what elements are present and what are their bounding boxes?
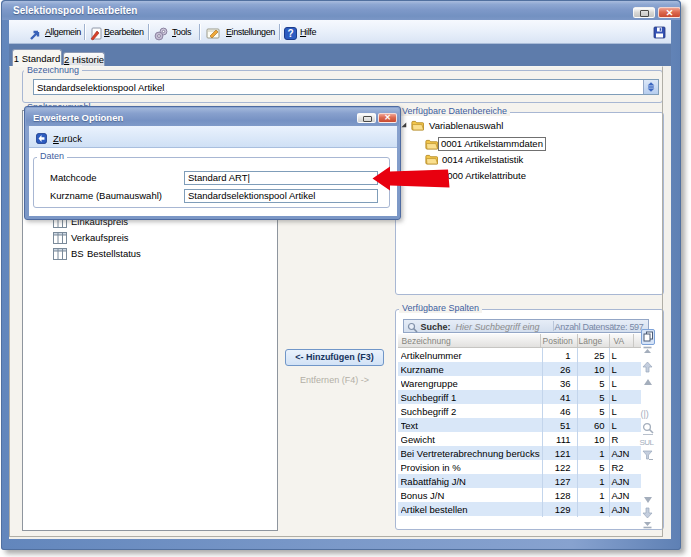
svg-text:?: ? bbox=[287, 28, 293, 39]
